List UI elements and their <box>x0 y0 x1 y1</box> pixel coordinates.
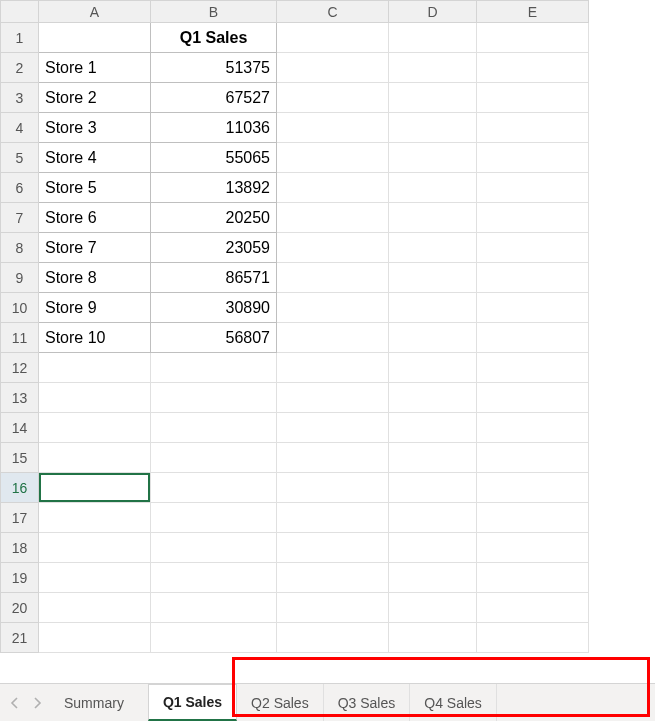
cell-A5[interactable]: Store 4 <box>39 143 151 173</box>
cell-C18[interactable] <box>277 533 389 563</box>
sheet-tab-summary[interactable]: Summary <box>50 684 138 721</box>
cell-A16[interactable] <box>39 473 151 503</box>
row-header-17[interactable]: 17 <box>1 503 39 533</box>
cell-C3[interactable] <box>277 83 389 113</box>
row-header-10[interactable]: 10 <box>1 293 39 323</box>
cell-E17[interactable] <box>477 503 589 533</box>
grid-area[interactable]: ABCDE 1Q1 Sales2Store 1513753Store 26752… <box>0 0 655 683</box>
cell-D6[interactable] <box>389 173 477 203</box>
cell-C21[interactable] <box>277 623 389 653</box>
cell-B5[interactable]: 55065 <box>151 143 277 173</box>
cell-C8[interactable] <box>277 233 389 263</box>
cell-C5[interactable] <box>277 143 389 173</box>
cell-B9[interactable]: 86571 <box>151 263 277 293</box>
cell-A12[interactable] <box>39 353 151 383</box>
cell-B8[interactable]: 23059 <box>151 233 277 263</box>
cell-B14[interactable] <box>151 413 277 443</box>
row-header-13[interactable]: 13 <box>1 383 39 413</box>
cell-C19[interactable] <box>277 563 389 593</box>
cell-E1[interactable] <box>477 23 589 53</box>
cell-E14[interactable] <box>477 413 589 443</box>
row-header-11[interactable]: 11 <box>1 323 39 353</box>
cell-D3[interactable] <box>389 83 477 113</box>
sheet-tab-q1-sales[interactable]: Q1 Sales <box>148 684 237 721</box>
cell-E6[interactable] <box>477 173 589 203</box>
cell-B21[interactable] <box>151 623 277 653</box>
select-all-corner[interactable] <box>1 1 39 23</box>
cell-D13[interactable] <box>389 383 477 413</box>
sheet-tab-q3-sales[interactable]: Q3 Sales <box>324 684 411 721</box>
row-header-4[interactable]: 4 <box>1 113 39 143</box>
cell-C16[interactable] <box>277 473 389 503</box>
cell-A8[interactable]: Store 7 <box>39 233 151 263</box>
chevron-left-icon[interactable] <box>10 697 20 709</box>
row-header-7[interactable]: 7 <box>1 203 39 233</box>
cell-C20[interactable] <box>277 593 389 623</box>
cell-C12[interactable] <box>277 353 389 383</box>
cell-E16[interactable] <box>477 473 589 503</box>
cell-C4[interactable] <box>277 113 389 143</box>
cell-C6[interactable] <box>277 173 389 203</box>
column-header-B[interactable]: B <box>151 1 277 23</box>
cell-B18[interactable] <box>151 533 277 563</box>
cell-C9[interactable] <box>277 263 389 293</box>
cell-D12[interactable] <box>389 353 477 383</box>
cell-D10[interactable] <box>389 293 477 323</box>
cell-D1[interactable] <box>389 23 477 53</box>
cell-E5[interactable] <box>477 143 589 173</box>
cell-A10[interactable]: Store 9 <box>39 293 151 323</box>
cell-B19[interactable] <box>151 563 277 593</box>
row-header-2[interactable]: 2 <box>1 53 39 83</box>
cell-E9[interactable] <box>477 263 589 293</box>
column-header-D[interactable]: D <box>389 1 477 23</box>
cell-E8[interactable] <box>477 233 589 263</box>
row-header-21[interactable]: 21 <box>1 623 39 653</box>
cell-D17[interactable] <box>389 503 477 533</box>
cell-E19[interactable] <box>477 563 589 593</box>
row-header-20[interactable]: 20 <box>1 593 39 623</box>
cell-D21[interactable] <box>389 623 477 653</box>
cell-C7[interactable] <box>277 203 389 233</box>
cell-D7[interactable] <box>389 203 477 233</box>
cell-B17[interactable] <box>151 503 277 533</box>
cell-B10[interactable]: 30890 <box>151 293 277 323</box>
row-header-12[interactable]: 12 <box>1 353 39 383</box>
cell-A20[interactable] <box>39 593 151 623</box>
cell-C17[interactable] <box>277 503 389 533</box>
column-header-E[interactable]: E <box>477 1 589 23</box>
cell-A9[interactable]: Store 8 <box>39 263 151 293</box>
cell-D14[interactable] <box>389 413 477 443</box>
cell-A17[interactable] <box>39 503 151 533</box>
cell-B2[interactable]: 51375 <box>151 53 277 83</box>
cell-D9[interactable] <box>389 263 477 293</box>
column-header-A[interactable]: A <box>39 1 151 23</box>
cell-C10[interactable] <box>277 293 389 323</box>
cell-D11[interactable] <box>389 323 477 353</box>
cell-D18[interactable] <box>389 533 477 563</box>
cell-B6[interactable]: 13892 <box>151 173 277 203</box>
cell-E11[interactable] <box>477 323 589 353</box>
sheet-tab-q4-sales[interactable]: Q4 Sales <box>410 684 497 721</box>
cell-B16[interactable] <box>151 473 277 503</box>
cell-D20[interactable] <box>389 593 477 623</box>
cell-A6[interactable]: Store 5 <box>39 173 151 203</box>
row-header-8[interactable]: 8 <box>1 233 39 263</box>
cell-B7[interactable]: 20250 <box>151 203 277 233</box>
cell-E12[interactable] <box>477 353 589 383</box>
column-header-C[interactable]: C <box>277 1 389 23</box>
cell-C11[interactable] <box>277 323 389 353</box>
row-header-3[interactable]: 3 <box>1 83 39 113</box>
row-header-6[interactable]: 6 <box>1 173 39 203</box>
cell-B15[interactable] <box>151 443 277 473</box>
cell-C14[interactable] <box>277 413 389 443</box>
cell-B3[interactable]: 67527 <box>151 83 277 113</box>
cell-E3[interactable] <box>477 83 589 113</box>
cell-A19[interactable] <box>39 563 151 593</box>
cell-B11[interactable]: 56807 <box>151 323 277 353</box>
row-header-16[interactable]: 16 <box>1 473 39 503</box>
cell-E20[interactable] <box>477 593 589 623</box>
cell-D5[interactable] <box>389 143 477 173</box>
cell-D16[interactable] <box>389 473 477 503</box>
chevron-right-icon[interactable] <box>32 697 42 709</box>
cell-A15[interactable] <box>39 443 151 473</box>
